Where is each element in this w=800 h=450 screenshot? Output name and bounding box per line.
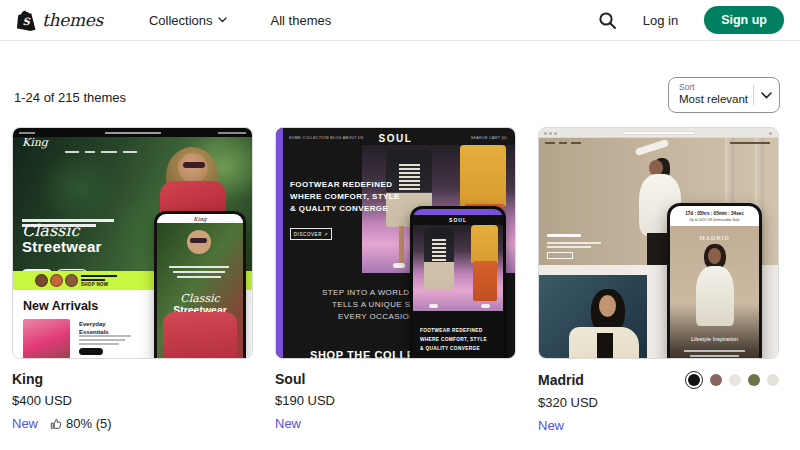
theme-meta-madrid: Madrid $320 USD New bbox=[538, 371, 779, 433]
soul-heading-1: FOOTWEAR REDEFINED bbox=[290, 180, 392, 189]
sort-selected-value: Most relevant bbox=[679, 93, 753, 105]
nav-all-themes[interactable]: All themes bbox=[271, 13, 332, 28]
sort-label: Sort bbox=[679, 82, 753, 92]
sunglasses-shape bbox=[183, 162, 205, 168]
new-badge: New bbox=[538, 418, 564, 433]
madrid-phone-logo: MADRID bbox=[670, 235, 759, 241]
soul-phone-heading-3: & QUALITY CONVERGE bbox=[420, 346, 480, 351]
theme-meta-soul: Soul $190 USD New bbox=[275, 371, 516, 431]
new-badge: New bbox=[12, 416, 38, 431]
theme-preview-madrid[interactable]: 17d : 05hrs : 05min : 34sec Up to 50% Of… bbox=[538, 127, 779, 359]
sort-dropdown[interactable]: Sort Most relevant bbox=[668, 77, 780, 113]
swatch-cream[interactable] bbox=[767, 374, 779, 386]
soul-story-1: STEP INTO A WORLD W bbox=[322, 288, 420, 297]
soul-heading-2: WHERE COMFORT, STYLE bbox=[290, 192, 400, 201]
madrid-phone-heading: Lifestyle Inspiration bbox=[670, 336, 759, 342]
swatch-light-gray[interactable] bbox=[729, 374, 741, 386]
soul-phone-mockup: SOUL FOOTWEAR REDEFINED WHERE COMFORT, S… bbox=[410, 206, 506, 359]
madrid-sale-text: Up to 50% Off Unmissable Sale bbox=[670, 218, 759, 222]
search-icon bbox=[598, 11, 617, 30]
thumbs-up-icon bbox=[50, 418, 62, 430]
king-phone-mockup: King Classic Streetwear bbox=[154, 211, 246, 359]
soul-story-3: EVERY OCCASION . bbox=[338, 312, 421, 321]
swatch-black-selected[interactable] bbox=[685, 371, 703, 389]
madrid-secondary-image bbox=[539, 275, 647, 358]
theme-price: $190 USD bbox=[275, 393, 516, 408]
themes-store-page: S themes Collections All themes Log in S… bbox=[0, 0, 800, 450]
header-actions: Log in Sign up bbox=[598, 6, 784, 34]
theme-meta-king: King $400 USD New 80% (5) bbox=[12, 371, 253, 431]
theme-preview-king[interactable]: King Classic Streetwear SHOP NOW New Arr… bbox=[12, 127, 253, 359]
chevron-down-icon bbox=[761, 92, 772, 99]
king-hero-heading-2: Streetwear bbox=[22, 238, 102, 255]
soul-phone-heading-1: FOOTWEAR REDEFINED bbox=[420, 328, 482, 333]
king-product-image bbox=[23, 319, 70, 359]
soul-story-2: TELLS A UNIQUE STO bbox=[332, 300, 422, 309]
theme-preview-soul[interactable]: HOME COLLECTION BLOG ABOUT US SEARCH CAR… bbox=[275, 127, 516, 359]
primary-nav: Collections All themes bbox=[149, 13, 331, 28]
theme-name[interactable]: Soul bbox=[275, 371, 305, 387]
soul-heading-3: & QUALITY CONVERGE bbox=[290, 204, 388, 213]
color-swatches bbox=[685, 371, 779, 389]
new-badge: New bbox=[275, 416, 301, 431]
rating-text: 80% (5) bbox=[66, 416, 112, 431]
nav-collections[interactable]: Collections bbox=[149, 13, 227, 28]
soul-phone-logo: SOUL bbox=[413, 217, 503, 223]
logo-wordmark: themes bbox=[42, 10, 103, 30]
soul-logo: SOUL bbox=[276, 133, 515, 144]
chevron-down-icon bbox=[218, 17, 227, 23]
shopify-bag-icon: S bbox=[16, 9, 36, 31]
king-section-heading: New Arrivals bbox=[23, 299, 98, 313]
theme-price: $320 USD bbox=[538, 395, 779, 410]
swatch-olive[interactable] bbox=[748, 374, 760, 386]
browser-chrome-bar bbox=[539, 128, 778, 138]
soul-discover-button: DISCOVER ↗ bbox=[290, 228, 332, 240]
madrid-countdown: 17d : 05hrs : 05min : 34sec bbox=[670, 211, 759, 216]
swatch-mauve[interactable] bbox=[710, 374, 722, 386]
signup-button[interactable]: Sign up bbox=[704, 6, 784, 34]
shopify-themes-logo[interactable]: S themes bbox=[16, 9, 103, 31]
browser-url-pill bbox=[622, 131, 696, 135]
king-product-button bbox=[79, 348, 103, 355]
theme-name[interactable]: Madrid bbox=[538, 372, 584, 388]
top-nav-bar: S themes Collections All themes Log in S… bbox=[0, 0, 800, 41]
king-strip-cta: SHOP NOW bbox=[81, 282, 108, 287]
king-logo: King bbox=[22, 136, 48, 149]
theme-card-soul: HOME COLLECTION BLOG ABOUT US SEARCH CAR… bbox=[275, 127, 516, 431]
theme-card-king: King Classic Streetwear SHOP NOW New Arr… bbox=[12, 127, 253, 431]
theme-name[interactable]: King bbox=[12, 371, 43, 387]
search-button[interactable] bbox=[598, 11, 617, 30]
preview-announcement-bar bbox=[13, 128, 252, 137]
theme-rating: 80% (5) bbox=[50, 416, 112, 431]
theme-card-madrid: 17d : 05hrs : 05min : 34sec Up to 50% Of… bbox=[538, 127, 779, 433]
results-count: 1-24 of 215 themes bbox=[14, 90, 126, 105]
soul-phone-heading-2: WHERE COMFORT, STYLE bbox=[420, 337, 487, 342]
soul-side-stripe bbox=[276, 128, 283, 358]
madrid-phone-mockup: 17d : 05hrs : 05min : 34sec Up to 50% Of… bbox=[667, 203, 762, 359]
login-link[interactable]: Log in bbox=[643, 13, 678, 28]
theme-price: $400 USD bbox=[12, 393, 253, 408]
svg-text:S: S bbox=[23, 16, 31, 27]
